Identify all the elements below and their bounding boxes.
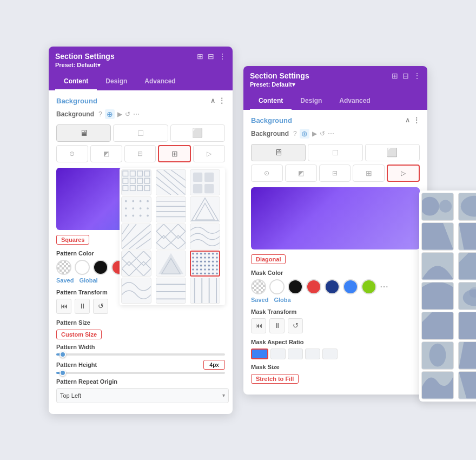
pattern-cell-5[interactable] (156, 196, 186, 222)
mask-cell-17[interactable] (458, 341, 476, 370)
right-bg-arrow-icon[interactable]: ▶ (312, 130, 317, 137)
pattern-cell-1[interactable] (121, 169, 151, 195)
right-aspect-btn-active[interactable] (251, 349, 268, 359)
pattern-cell-3[interactable] (190, 169, 220, 195)
bg-reset-icon[interactable]: ↺ (125, 110, 130, 118)
right-bg-type-pattern-btn[interactable]: ⊞ (353, 165, 385, 182)
bg-arrow-icon[interactable]: ▶ (117, 110, 122, 118)
right-bg-more-icon[interactable]: ⋯ (328, 130, 334, 137)
more-icon[interactable]: ⋮ (219, 52, 226, 61)
right-bg-type-mask-btn[interactable]: ▷ (387, 165, 420, 182)
right-mask-tag[interactable]: Diagonal (251, 254, 286, 264)
mask-cell-20[interactable] (458, 371, 476, 399)
right-aspect-btn-3[interactable] (288, 349, 303, 359)
right-help-icon[interactable]: ? (293, 130, 297, 137)
left-global-btn[interactable]: Global (79, 277, 97, 284)
bg-type-mask-btn[interactable]: ▷ (193, 145, 225, 162)
left-color-white[interactable] (75, 260, 90, 275)
layout-icon[interactable]: ⊟ (208, 52, 214, 61)
mask-cell-8[interactable] (458, 252, 476, 280)
left-transform-btn1[interactable]: ⏮ (56, 299, 71, 314)
left-transform-btn3[interactable]: ↺ (93, 299, 108, 314)
pattern-cell-6[interactable] (190, 196, 220, 222)
bg-more-icon[interactable]: ⋯ (133, 110, 140, 118)
mask-cell-7[interactable] (421, 252, 454, 280)
right-transform-btn3[interactable]: ↺ (288, 318, 303, 333)
left-color-black[interactable] (93, 260, 108, 275)
mask-cell-4[interactable] (421, 222, 454, 251)
mask-cell-13[interactable] (421, 312, 454, 340)
pattern-cell-7[interactable] (121, 224, 151, 249)
right-bg-sync-icon[interactable]: ⊕ (300, 129, 309, 139)
pattern-cell-13[interactable] (121, 278, 151, 304)
right-collapse-icon[interactable]: ∧ (405, 116, 410, 124)
tab-design-right[interactable]: Design (292, 93, 330, 110)
pattern-cell-10[interactable] (121, 251, 151, 277)
help-icon[interactable]: ? (98, 110, 102, 118)
bg-type-image2-btn[interactable]: ⊟ (124, 145, 156, 162)
right-aspect-btn-4[interactable] (305, 349, 320, 359)
mask-cell-1[interactable] (421, 193, 454, 221)
right-transform-btn2[interactable]: ⏸ (269, 318, 285, 333)
pattern-cell-2[interactable] (156, 169, 186, 195)
right-bg-reset-icon[interactable]: ↺ (320, 130, 325, 137)
right-color-blue2[interactable] (343, 279, 358, 294)
pattern-cell-8[interactable] (156, 224, 186, 249)
right-bg-type-image-btn[interactable]: ⬜ (365, 144, 420, 161)
bg-type-pattern-btn[interactable]: ⊞ (158, 145, 191, 162)
section-more-icon[interactable]: ⋮ (219, 97, 225, 104)
left-pattern-width-slider[interactable] (56, 353, 225, 356)
mask-cell-19[interactable] (421, 371, 454, 399)
tab-design-left[interactable]: Design (97, 73, 136, 90)
collapse-icon[interactable]: ∧ (210, 97, 215, 104)
tab-advanced-left[interactable]: Advanced (136, 73, 184, 90)
right-bg-type-image2-btn[interactable]: ⊟ (319, 165, 351, 182)
mask-cell-5[interactable] (458, 222, 476, 251)
bg-type-gradient-btn[interactable]: □ (113, 124, 168, 142)
pattern-cell-12-selected[interactable] (190, 251, 220, 277)
settings-icon[interactable]: ⊞ (197, 52, 203, 61)
right-color-black[interactable] (288, 279, 303, 294)
right-transform-btn1[interactable]: ⏮ (251, 318, 266, 333)
pattern-cell-15[interactable] (190, 278, 220, 304)
right-layout-icon[interactable]: ⊟ (402, 71, 409, 80)
right-aspect-btn-2[interactable] (270, 349, 286, 359)
right-bg-type-map-btn[interactable]: ◩ (285, 165, 317, 182)
right-color-dark-blue-2[interactable] (325, 279, 340, 294)
tab-content-left[interactable]: Content (55, 73, 97, 90)
pattern-cell-14[interactable] (156, 278, 186, 304)
bg-type-video-btn[interactable]: ⊙ (56, 145, 88, 162)
bg-type-image-btn[interactable]: ⬜ (170, 124, 225, 142)
pattern-cell-4[interactable] (121, 196, 151, 222)
right-color-green[interactable] (361, 279, 376, 294)
left-transform-btn2[interactable]: ⏸ (75, 299, 90, 314)
pattern-cell-11[interactable] (156, 251, 186, 277)
right-aspect-btn-5[interactable] (322, 349, 338, 359)
right-color-checker[interactable] (251, 279, 266, 294)
right-bg-type-gradient-btn[interactable]: □ (308, 144, 362, 161)
left-pattern-repeat-dropdown[interactable]: Top Left (56, 388, 229, 403)
left-pattern-size-tag[interactable]: Custom Size (56, 330, 102, 339)
left-pattern-height-input[interactable]: 4px (203, 360, 225, 370)
right-color-more[interactable]: ⋯ (380, 281, 388, 292)
right-mask-size-tag[interactable]: Stretch to Fill (251, 374, 299, 384)
left-saved-btn[interactable]: Saved (56, 277, 74, 284)
left-color-checker[interactable] (56, 260, 71, 275)
mask-cell-11[interactable] (458, 282, 476, 310)
right-section-more-icon[interactable]: ⋮ (413, 116, 420, 124)
right-saved-btn[interactable]: Saved (251, 297, 268, 303)
mask-cell-10[interactable] (421, 282, 454, 310)
bg-type-color-btn[interactable]: 🖥 (56, 124, 111, 142)
mask-cell-14[interactable] (458, 312, 476, 340)
pattern-cell-9[interactable] (190, 224, 220, 249)
right-settings-icon[interactable]: ⊞ (392, 71, 398, 80)
right-color-white[interactable] (269, 279, 285, 294)
mask-cell-2[interactable] (458, 193, 476, 221)
bg-type-map-btn[interactable]: ◩ (90, 145, 122, 162)
bg-sync-icon[interactable]: ⊕ (105, 109, 115, 119)
tab-content-right[interactable]: Content (250, 93, 292, 110)
right-color-red[interactable] (306, 279, 321, 294)
right-more-icon[interactable]: ⋮ (413, 71, 421, 80)
right-bg-type-color-btn[interactable]: 🖥 (251, 144, 306, 161)
left-pattern-height-slider[interactable] (56, 372, 225, 374)
